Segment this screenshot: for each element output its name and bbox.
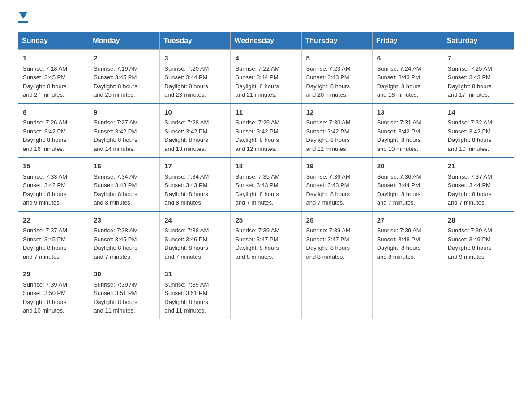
day-number: 16 bbox=[94, 161, 155, 171]
logo-underline bbox=[18, 21, 28, 23]
sunset-text: Sunset: 3:42 PM bbox=[23, 128, 66, 135]
sunrise-text: Sunrise: 7:39 AM bbox=[94, 281, 138, 288]
calendar-cell: 17Sunrise: 7:34 AMSunset: 3:43 PMDayligh… bbox=[160, 157, 231, 211]
sunset-text: Sunset: 3:51 PM bbox=[164, 290, 207, 296]
calendar-cell: 19Sunrise: 7:36 AMSunset: 3:43 PMDayligh… bbox=[301, 157, 372, 211]
calendar-cell: 16Sunrise: 7:34 AMSunset: 3:43 PMDayligh… bbox=[89, 157, 160, 211]
calendar-cell: 10Sunrise: 7:28 AMSunset: 3:42 PMDayligh… bbox=[160, 103, 231, 158]
sunrise-text: Sunrise: 7:27 AM bbox=[94, 119, 138, 126]
day-number: 11 bbox=[235, 107, 296, 118]
daylight-label: Daylight: 8 hours bbox=[94, 137, 137, 143]
daylight-label: Daylight: 8 hours bbox=[164, 244, 208, 251]
sunrise-text: Sunrise: 7:39 AM bbox=[164, 281, 209, 288]
sunrise-text: Sunrise: 7:31 AM bbox=[377, 119, 421, 126]
calendar-cell: 25Sunrise: 7:39 AMSunset: 3:47 PMDayligh… bbox=[231, 211, 301, 265]
daylight-label: Daylight: 8 hours bbox=[306, 244, 350, 251]
sunrise-text: Sunrise: 7:35 AM bbox=[235, 173, 279, 180]
sunset-text: Sunset: 3:49 PM bbox=[448, 236, 491, 243]
calendar-cell: 30Sunrise: 7:39 AMSunset: 3:51 PMDayligh… bbox=[89, 265, 160, 319]
calendar-cell: 3Sunrise: 7:20 AMSunset: 3:44 PMDaylight… bbox=[160, 50, 231, 103]
daylight-duration: and 7 minutes. bbox=[94, 253, 132, 260]
calendar-cell: 20Sunrise: 7:36 AMSunset: 3:44 PMDayligh… bbox=[372, 157, 443, 211]
daylight-label: Daylight: 8 hours bbox=[23, 137, 67, 143]
daylight-duration: and 8 minutes. bbox=[306, 253, 344, 260]
sunset-text: Sunset: 3:50 PM bbox=[23, 290, 66, 296]
daylight-label: Daylight: 8 hours bbox=[377, 83, 421, 90]
day-number: 19 bbox=[306, 161, 368, 171]
daylight-duration: and 8 minutes. bbox=[235, 253, 273, 260]
daylight-label: Daylight: 8 hours bbox=[23, 83, 67, 90]
sunrise-text: Sunrise: 7:36 AM bbox=[377, 173, 421, 180]
day-number: 5 bbox=[306, 53, 368, 64]
daylight-duration: and 10 minutes. bbox=[23, 307, 64, 314]
daylight-label: Daylight: 8 hours bbox=[448, 244, 492, 251]
sunset-text: Sunset: 3:43 PM bbox=[235, 182, 278, 188]
week-row-2: 8Sunrise: 7:26 AMSunset: 3:42 PMDaylight… bbox=[18, 103, 514, 158]
day-number: 24 bbox=[164, 215, 226, 226]
day-number: 15 bbox=[23, 161, 84, 171]
sunrise-text: Sunrise: 7:28 AM bbox=[164, 119, 209, 126]
day-number: 22 bbox=[23, 215, 84, 226]
daylight-label: Daylight: 8 hours bbox=[164, 299, 208, 305]
calendar-cell: 22Sunrise: 7:37 AMSunset: 3:45 PMDayligh… bbox=[18, 211, 89, 265]
daylight-duration: and 10 minutes. bbox=[377, 146, 419, 152]
daylight-label: Daylight: 8 hours bbox=[164, 137, 208, 143]
day-header-saturday: Saturday bbox=[443, 32, 514, 50]
calendar-cell bbox=[301, 265, 372, 319]
calendar-cell: 13Sunrise: 7:31 AMSunset: 3:42 PMDayligh… bbox=[372, 103, 443, 158]
daylight-duration: and 11 minutes. bbox=[94, 307, 135, 314]
daylight-label: Daylight: 8 hours bbox=[448, 83, 492, 90]
calendar-cell: 1Sunrise: 7:18 AMSunset: 3:45 PMDaylight… bbox=[18, 50, 89, 103]
day-header-monday: Monday bbox=[89, 32, 160, 50]
calendar-cell bbox=[372, 265, 443, 319]
day-number: 12 bbox=[306, 107, 368, 118]
daylight-duration: and 8 minutes. bbox=[377, 253, 415, 260]
daylight-duration: and 7 minutes. bbox=[235, 199, 273, 206]
daylight-duration: and 18 minutes. bbox=[377, 91, 419, 98]
sunset-text: Sunset: 3:44 PM bbox=[235, 74, 278, 81]
day-number: 27 bbox=[377, 215, 438, 226]
daylight-duration: and 7 minutes. bbox=[23, 253, 61, 260]
sunrise-text: Sunrise: 7:39 AM bbox=[377, 227, 421, 234]
sunset-text: Sunset: 3:43 PM bbox=[94, 182, 137, 188]
daylight-label: Daylight: 8 hours bbox=[23, 191, 67, 197]
day-number: 10 bbox=[164, 107, 226, 118]
sunset-text: Sunset: 3:44 PM bbox=[377, 182, 420, 188]
sunrise-text: Sunrise: 7:18 AM bbox=[23, 65, 67, 72]
daylight-duration: and 7 minutes. bbox=[306, 199, 344, 206]
daylight-duration: and 13 minutes. bbox=[164, 146, 206, 152]
sunset-text: Sunset: 3:51 PM bbox=[94, 290, 137, 296]
daylight-duration: and 16 minutes. bbox=[23, 146, 64, 152]
daylight-duration: and 11 minutes. bbox=[306, 146, 348, 152]
daylight-label: Daylight: 8 hours bbox=[164, 191, 208, 197]
logo bbox=[18, 13, 28, 23]
sunrise-text: Sunrise: 7:39 AM bbox=[235, 227, 279, 234]
sunrise-text: Sunrise: 7:36 AM bbox=[306, 173, 351, 180]
day-header-thursday: Thursday bbox=[301, 32, 372, 50]
sunset-text: Sunset: 3:43 PM bbox=[377, 74, 420, 81]
sunset-text: Sunset: 3:47 PM bbox=[306, 236, 349, 243]
sunrise-text: Sunrise: 7:20 AM bbox=[164, 65, 209, 72]
calendar-cell: 27Sunrise: 7:39 AMSunset: 3:48 PMDayligh… bbox=[372, 211, 443, 265]
calendar-cell: 14Sunrise: 7:32 AMSunset: 3:42 PMDayligh… bbox=[443, 103, 514, 158]
sunrise-text: Sunrise: 7:39 AM bbox=[23, 281, 67, 288]
day-number: 6 bbox=[377, 53, 438, 64]
daylight-label: Daylight: 8 hours bbox=[235, 191, 279, 197]
daylight-duration: and 17 minutes. bbox=[448, 91, 489, 98]
day-number: 13 bbox=[377, 107, 438, 118]
sunset-text: Sunset: 3:43 PM bbox=[164, 182, 207, 188]
week-row-4: 22Sunrise: 7:37 AMSunset: 3:45 PMDayligh… bbox=[18, 211, 514, 265]
daylight-duration: and 11 minutes. bbox=[164, 307, 206, 314]
daylight-duration: and 20 minutes. bbox=[306, 91, 348, 98]
daylight-duration: and 9 minutes. bbox=[448, 253, 486, 260]
sunrise-text: Sunrise: 7:19 AM bbox=[94, 65, 138, 72]
day-number: 8 bbox=[23, 107, 84, 118]
calendar-cell: 7Sunrise: 7:25 AMSunset: 3:43 PMDaylight… bbox=[443, 50, 514, 103]
daylight-label: Daylight: 8 hours bbox=[94, 244, 137, 251]
calendar-cell: 4Sunrise: 7:22 AMSunset: 3:44 PMDaylight… bbox=[231, 50, 301, 103]
sunset-text: Sunset: 3:45 PM bbox=[94, 74, 137, 81]
calendar-table: SundayMondayTuesdayWednesdayThursdayFrid… bbox=[18, 32, 514, 319]
calendar-cell: 12Sunrise: 7:30 AMSunset: 3:42 PMDayligh… bbox=[301, 103, 372, 158]
sunset-text: Sunset: 3:48 PM bbox=[377, 236, 420, 243]
page-header bbox=[18, 13, 514, 23]
